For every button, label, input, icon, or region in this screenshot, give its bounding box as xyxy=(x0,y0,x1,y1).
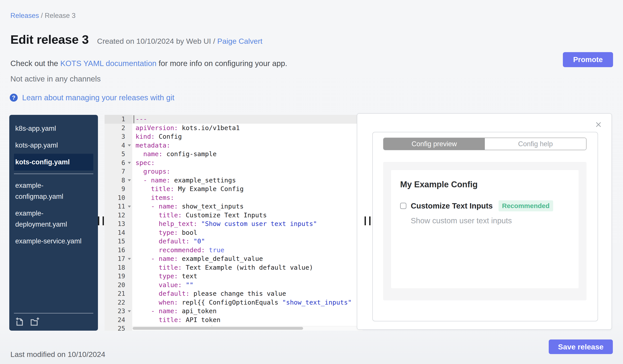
customize-text-inputs-checkbox[interactable] xyxy=(400,203,406,209)
breadcrumb-separator: / xyxy=(41,12,45,20)
config-item-help-text: Show custom user text inputs xyxy=(411,216,578,225)
code-line: title: Customize Text Inputs xyxy=(105,211,363,220)
channel-status: Not active in any channels xyxy=(10,74,101,83)
add-folder-button[interactable] xyxy=(30,317,40,327)
code-line: when: repl{{ ConfigOptionEquals "show_te… xyxy=(105,298,363,307)
add-folder-icon xyxy=(30,317,40,327)
page-title: Edit release 3 xyxy=(10,32,89,47)
code-line: title: Text Example (with default value) xyxy=(105,263,363,272)
code-line: - name: example_default_value xyxy=(105,254,363,263)
file-item-example-configmap-yaml[interactable]: example-configmap.yaml xyxy=(14,177,93,205)
preview-viewport: My Example Config Customize Text Inputs … xyxy=(383,162,586,300)
code-line: type: text xyxy=(105,272,363,281)
docs-hint: Check out the KOTS YAML documentation fo… xyxy=(10,59,287,68)
add-file-icon xyxy=(15,317,25,327)
tab-config-help[interactable]: Config help xyxy=(485,138,586,150)
preview-tabs: Config preview Config help xyxy=(383,138,586,150)
git-help-link[interactable]: Learn about managing your releases with … xyxy=(22,93,175,102)
kots-yaml-docs-link[interactable]: KOTS YAML documentation xyxy=(60,59,156,68)
code-line: - name: example_settings xyxy=(105,176,363,185)
file-item-label: k8s-app.yaml xyxy=(15,123,88,134)
sidebar-resize-handle[interactable] xyxy=(98,217,104,225)
breadcrumb: Releases / Release 3 xyxy=(10,12,76,20)
file-item-label: example-configmap.yaml xyxy=(15,180,88,202)
preview-card: Config preview Config help My Example Co… xyxy=(372,132,598,321)
file-item-label: example-service.yaml xyxy=(15,236,88,247)
sidebar-actions xyxy=(9,317,98,331)
file-item-kots-config-yaml[interactable]: kots-config.yaml xyxy=(14,154,93,170)
close-panel-button[interactable] xyxy=(594,120,603,129)
sidebar-spacer xyxy=(9,250,98,310)
editor-code[interactable]: ---apiVersion: kots.io/v1beta1kind: Conf… xyxy=(105,115,363,331)
code-line: title: API token xyxy=(105,316,363,324)
tab-config-preview[interactable]: Config preview xyxy=(384,138,485,150)
add-file-button[interactable] xyxy=(15,317,25,327)
code-line: metadata: xyxy=(105,141,363,150)
file-item-kots-app-yaml[interactable]: kots-app.yaml xyxy=(14,137,93,154)
created-info: Created on 10/10/2024 by Web UI / Paige … xyxy=(97,37,262,45)
created-by-link[interactable]: Paige Calvert xyxy=(217,37,262,45)
code-line: - name: api_token xyxy=(105,307,363,316)
editor-horizontal-scrollbar[interactable] xyxy=(132,326,363,331)
file-item-k8s-app-yaml[interactable]: k8s-app.yaml xyxy=(14,120,93,137)
sidebar-divider xyxy=(14,174,93,174)
last-modified-text: Last modified on 10/10/2024 xyxy=(10,350,105,359)
preview-resize-handle[interactable] xyxy=(365,217,371,225)
file-item-example-service-yaml[interactable]: example-service.yaml xyxy=(14,233,93,250)
code-line: - name: show_text_inputs xyxy=(105,202,363,211)
file-sidebar: k8s-app.yamlkots-app.yamlkots-config.yam… xyxy=(9,115,98,331)
question-icon: ? xyxy=(10,94,18,101)
promote-button[interactable]: Promote xyxy=(563,52,613,67)
code-line: default: "0" xyxy=(105,237,363,246)
save-release-button[interactable]: Save release xyxy=(549,340,613,354)
breadcrumb-releases-link[interactable]: Releases xyxy=(10,12,39,20)
code-line: spec: xyxy=(105,159,363,167)
file-list: k8s-app.yamlkots-app.yamlkots-config.yam… xyxy=(9,120,98,250)
file-item-example-deployment-yaml[interactable]: example-deployment.yaml xyxy=(14,205,93,233)
file-item-label: kots-app.yaml xyxy=(15,140,88,151)
code-line: groups: xyxy=(105,167,363,176)
code-line: items: xyxy=(105,194,363,202)
close-icon xyxy=(595,121,602,128)
editor-cursor xyxy=(133,115,134,123)
file-item-label: kots-config.yaml xyxy=(15,157,88,168)
code-line: help_text: "Show custom user text inputs… xyxy=(105,220,363,228)
code-line: default: please change this value xyxy=(105,289,363,298)
edit-release-page: Releases / Release 3 Edit release 3 Crea… xyxy=(0,0,623,364)
config-item-row: Customize Text Inputs Recommended xyxy=(400,200,578,211)
file-item-label: example-deployment.yaml xyxy=(15,208,88,230)
config-group-title: My Example Config xyxy=(400,180,578,189)
recommended-badge: Recommended xyxy=(499,200,553,211)
code-line: apiVersion: kots.io/v1beta1 xyxy=(105,124,363,133)
config-item-label[interactable]: Customize Text Inputs xyxy=(411,202,493,210)
config-form-card: My Example Config Customize Text Inputs … xyxy=(391,170,578,288)
code-line: --- xyxy=(105,115,363,124)
code-line: value: "" xyxy=(105,281,363,290)
yaml-editor[interactable]: 1234567891011121314151617181920212223242… xyxy=(105,115,363,331)
code-line: kind: Config xyxy=(105,132,363,141)
code-line: type: bool xyxy=(105,228,363,237)
code-line: name: config-sample xyxy=(105,150,363,159)
breadcrumb-current: Release 3 xyxy=(45,12,76,20)
git-help-row: ? Learn about managing your releases wit… xyxy=(10,93,175,102)
sidebar-bottom-divider xyxy=(14,313,93,313)
code-line: title: My Example Config xyxy=(105,185,363,194)
title-row: Edit release 3 Created on 10/10/2024 by … xyxy=(10,32,262,47)
code-line: recommended: true xyxy=(105,246,363,255)
config-preview-panel: Config preview Config help My Example Co… xyxy=(357,113,612,330)
editor-scrollbar-thumb[interactable] xyxy=(133,327,303,330)
